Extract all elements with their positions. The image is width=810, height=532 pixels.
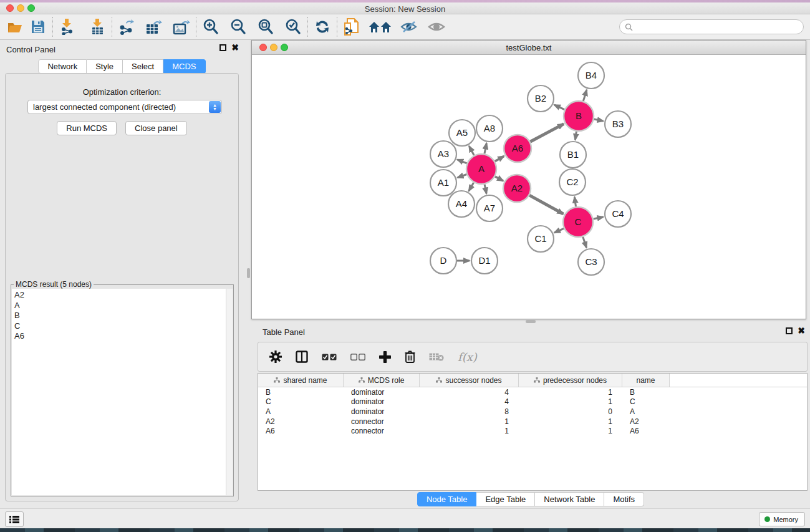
graph-node-A1[interactable]: A1 [430,170,456,196]
graph-edge-A-A4[interactable] [469,183,474,191]
graph-edge-A-A5[interactable] [469,146,474,155]
vertical-splitter-handle[interactable] [247,268,250,278]
export-network-button[interactable] [117,17,136,36]
memory-button[interactable]: Memory [759,512,805,526]
graph-node-D1[interactable]: D1 [471,248,498,274]
cell-name[interactable]: A6 [622,427,670,435]
result-list-item[interactable]: A [14,301,226,311]
column-header-predecessor-nodes[interactable]: predecessor nodes [519,374,622,387]
zoom-out-button[interactable] [229,17,248,36]
open-file-button[interactable] [6,17,25,36]
result-list-item[interactable]: C [14,321,226,332]
graph-node-A7[interactable]: A7 [476,195,503,221]
table-tab-edge-table[interactable]: Edge Table [476,492,535,506]
tab-network[interactable]: Network [38,59,87,74]
cell-MCDS-role[interactable]: dominator [344,397,420,406]
result-list-item[interactable]: B [14,311,226,321]
search-input[interactable] [633,21,803,33]
cell-shared-name[interactable]: A6 [258,427,344,435]
cell-MCDS-role[interactable]: connector [344,427,420,435]
graph-node-C1[interactable]: C1 [528,226,554,252]
graph-edge-C-C1[interactable] [554,228,564,233]
graph-node-B2[interactable]: B2 [528,85,554,112]
graph-node-C3[interactable]: C3 [578,249,604,275]
new-network-from-selection-button[interactable] [342,17,361,36]
graph-edge-C-C4[interactable] [593,217,603,219]
cell-MCDS-role[interactable]: dominator [344,388,420,397]
table-row[interactable]: Adominator80A [258,407,807,417]
graph-edge-A-A2[interactable] [495,177,503,181]
graph-edge-A-A7[interactable] [485,184,486,193]
graph-node-C4[interactable]: C4 [605,201,631,227]
graph-node-D[interactable]: D [430,248,456,274]
column-header-name[interactable]: name [622,374,670,387]
graph-edge-C-C2[interactable] [574,197,576,206]
result-list-item[interactable]: A6 [14,331,226,342]
column-settings-button[interactable] [296,351,308,363]
zoom-in-button[interactable] [201,17,220,36]
graph-edge-B-B3[interactable] [594,119,603,121]
cell-shared-name[interactable]: A2 [258,417,344,426]
cell-name[interactable]: B [622,388,670,397]
graph-node-B1[interactable]: B1 [560,142,586,168]
tab-mcds[interactable]: MCDS [163,59,205,74]
float-table-panel-icon[interactable] [786,327,793,334]
column-header-shared-name[interactable]: shared name [258,374,344,387]
graph-node-A6[interactable]: A6 [504,135,531,162]
tab-style[interactable]: Style [87,59,123,74]
delete-row-button[interactable] [405,351,415,363]
graph-edge-A-A8[interactable] [485,143,486,154]
refresh-button[interactable] [313,17,332,36]
column-header-successor-nodes[interactable]: successor nodes [420,374,519,387]
cell-successor-nodes[interactable]: 4 [420,397,519,406]
import-network-button[interactable] [58,17,77,36]
table-row[interactable]: Bdominator41B [258,387,807,397]
cell-predecessor-nodes[interactable]: 1 [519,397,622,406]
cell-shared-name[interactable]: B [258,388,344,397]
deselect-all-button[interactable] [350,354,365,360]
cell-predecessor-nodes[interactable]: 1 [519,388,622,397]
hide-selected-button[interactable] [400,17,418,36]
table-row[interactable]: A6connector11A6 [258,426,807,436]
cell-predecessor-nodes[interactable]: 1 [519,427,622,435]
graph-edge-B-B4[interactable] [583,90,587,101]
criterion-select[interactable]: largest connected component (directed) ▲… [27,100,222,114]
graph-node-A[interactable]: A [466,154,496,184]
column-header-MCDS-role[interactable]: MCDS role [344,374,420,387]
result-list-scrollbar[interactable] [226,289,233,495]
save-session-button[interactable] [29,17,47,36]
add-row-button[interactable] [379,351,391,363]
graph-edge-A-A1[interactable] [458,174,467,177]
cell-name[interactable]: C [622,397,670,406]
graph-edge-B-B1[interactable] [575,132,576,140]
cell-successor-nodes[interactable]: 1 [420,417,519,426]
zoom-selected-button[interactable] [284,17,302,36]
cell-shared-name[interactable]: A [258,407,344,416]
graph-node-A2[interactable]: A2 [503,175,531,202]
result-list-item[interactable]: A2 [14,290,226,301]
show-selected-button[interactable] [427,17,446,36]
cell-name[interactable]: A2 [622,417,670,426]
search-field[interactable] [619,19,804,34]
graph-edge-C-C3[interactable] [583,237,587,248]
show-panels-button[interactable] [5,511,24,527]
cell-name[interactable]: A [622,407,670,416]
export-image-button[interactable] [172,17,191,36]
close-panel-button[interactable]: Close panel [125,121,187,135]
zoom-fit-button[interactable] [256,17,275,36]
select-all-button[interactable] [322,354,337,360]
graph-node-B3[interactable]: B3 [605,111,631,137]
mcds-result-list[interactable]: A2ABCA6 [12,289,226,495]
float-panel-icon[interactable] [219,44,226,51]
close-panel-icon[interactable]: ✖ [231,44,239,51]
table-row[interactable]: A2connector11A2 [258,417,807,427]
network-window-titlebar[interactable]: testGlobe.txt [252,41,806,55]
graph-edge-A6-B[interactable] [530,124,564,142]
graph-node-C[interactable]: C [563,207,593,237]
cell-shared-name[interactable]: C [258,397,344,406]
graph-node-A4[interactable]: A4 [448,191,475,217]
cell-successor-nodes[interactable]: 8 [420,407,519,416]
table-tab-node-table[interactable]: Node Table [417,492,477,506]
tab-select[interactable]: Select [123,59,163,74]
cell-successor-nodes[interactable]: 4 [420,388,519,397]
